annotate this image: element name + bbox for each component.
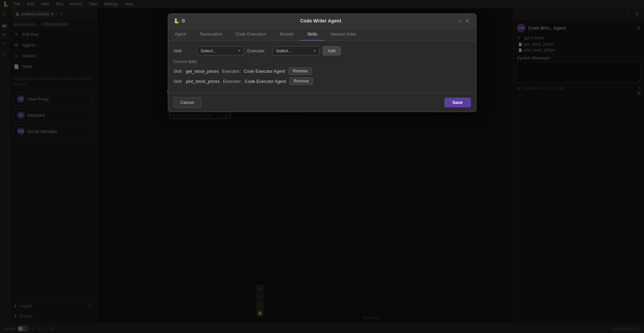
executor-selector-label: Executor:: [247, 48, 269, 53]
remove-skill-1-button[interactable]: Remove: [289, 77, 313, 85]
modal-body: Skill: Select... ▾ Executor: Select... ▾…: [168, 41, 476, 93]
skill-entry-0-executor-label: Executor:: [222, 69, 241, 74]
skill-entry-0-executor-value: Code Executor Agent: [244, 69, 285, 74]
tab-skills[interactable]: Skills: [300, 28, 324, 41]
skill-entry-0-skill-value: get_stock_prices: [186, 69, 219, 74]
tab-nested-chats[interactable]: Nested chats: [324, 28, 363, 41]
modal-cancel-button[interactable]: Cancel: [174, 97, 201, 108]
modal-save-button[interactable]: Save: [444, 98, 470, 107]
modal-title: Code Writer Agent: [186, 18, 456, 23]
modal-header: 🐍 ⚙ Code Writer Agent ⤢ ✕: [168, 14, 476, 28]
executor-select-dropdown[interactable]: Select... ▾: [273, 46, 319, 55]
executor-select-chevron-icon: ▾: [314, 49, 316, 53]
tab-agent[interactable]: Agent: [168, 28, 193, 41]
skill-select-value: Select...: [201, 48, 216, 53]
executor-select-value: Select...: [276, 48, 292, 53]
skill-entry-0: Skill: get_stock_prices Executor: Code E…: [174, 67, 471, 75]
skill-entry-1: Skill: plot_stock_prices Executor: Code …: [174, 77, 471, 85]
current-skills-label: Current skills:: [174, 59, 471, 64]
skill-entry-1-executor-label: Executor:: [223, 79, 241, 84]
skill-entry-1-executor-value: Code Executor Agent: [245, 79, 286, 84]
remove-skill-0-button[interactable]: Remove: [288, 67, 312, 75]
modal-close-button[interactable]: ✕: [463, 17, 471, 24]
add-skill-button[interactable]: Add: [323, 46, 341, 55]
modal-waldiez-icon: 🐍: [174, 18, 179, 23]
modal-overlay[interactable]: 🐍 ⚙ Code Writer Agent ⤢ ✕ Agent Terminat…: [0, 0, 644, 333]
skill-entry-1-skill-label: Skill:: [174, 79, 183, 84]
tab-termination[interactable]: Termination: [193, 28, 229, 41]
tab-models[interactable]: Models: [273, 28, 300, 41]
skill-selector-row: Skill: Select... ▾ Executor: Select... ▾…: [174, 46, 471, 55]
modal-waldiez-icon2: ⚙: [181, 18, 186, 23]
skill-select-dropdown[interactable]: Select... ▾: [197, 46, 244, 55]
modal-dialog[interactable]: 🐍 ⚙ Code Writer Agent ⤢ ✕ Agent Terminat…: [168, 13, 477, 112]
skill-entry-1-skill-value: plot_stock_prices: [186, 79, 219, 84]
modal-tabs: Agent Termination Code Execution Models …: [168, 28, 476, 41]
skill-selector-label: Skill:: [174, 48, 194, 53]
skill-entry-0-skill-label: Skill:: [174, 69, 183, 74]
modal-footer: Cancel Save: [168, 93, 476, 112]
skill-select-chevron-icon: ▾: [238, 49, 240, 53]
tab-code-execution[interactable]: Code Execution: [229, 28, 273, 41]
modal-expand-button[interactable]: ⤢: [456, 17, 463, 24]
